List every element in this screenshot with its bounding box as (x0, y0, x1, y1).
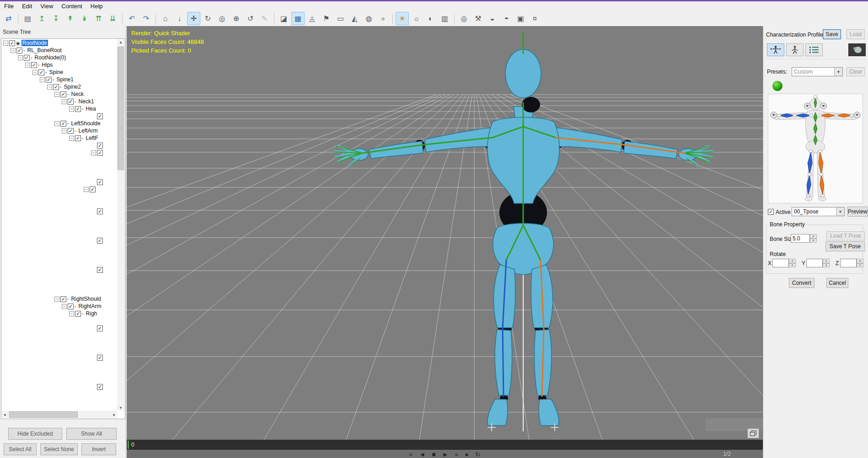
rotate-x-input[interactable] (772, 259, 789, 267)
rotate-y-spinner[interactable]: ▲▼ (823, 259, 830, 267)
tree-row-rootnode-0-[interactable]: −✓▪RootNode(0) (1, 54, 117, 61)
tree-row[interactable]: −✓ (1, 149, 117, 156)
orbit-tool-icon[interactable]: ↺ (244, 12, 257, 25)
visibility-checkbox[interactable]: ✓ (97, 143, 103, 149)
tree-row-leftshoulde[interactable]: −✓▪LeftShoulde (1, 120, 117, 127)
tree-row[interactable]: ✓ (1, 156, 117, 164)
chevron-down-icon[interactable]: ▼ (836, 208, 844, 216)
visibility-checkbox[interactable]: ✓ (9, 40, 15, 46)
key-light-icon[interactable]: ☼ (410, 12, 423, 25)
visibility-checkbox[interactable]: ✓ (97, 267, 103, 273)
visibility-checkbox[interactable]: ✓ (97, 355, 103, 361)
tree-row[interactable]: ✓ (1, 171, 117, 178)
tree-row[interactable]: ✓ (1, 398, 117, 405)
visibility-checkbox[interactable]: ✓ (97, 325, 103, 331)
pipeline-transfer-icon[interactable]: ⇄ (2, 12, 15, 25)
interactive-light-icon[interactable]: ☀ (396, 12, 409, 25)
visibility-checkbox[interactable]: ✓ (75, 135, 81, 141)
scrollbar-thumb[interactable] (118, 47, 124, 170)
expander-icon[interactable]: − (11, 48, 16, 53)
tree-row[interactable]: ✓ (1, 193, 117, 200)
tree-row[interactable]: ✓ (1, 332, 117, 339)
grid-toggle-icon[interactable]: ▦ (291, 12, 305, 25)
pose-dropdown[interactable]: 00_Tpose ▼ (792, 207, 845, 216)
visibility-checkbox[interactable]: ✓ (24, 55, 30, 61)
scroll-up-icon[interactable]: ▲ (117, 40, 124, 44)
redo-icon[interactable]: ↷ (139, 12, 153, 25)
move-down-icon[interactable]: ↓ (173, 12, 186, 25)
tree-row-spine[interactable]: −✓▪Spine (1, 69, 117, 76)
tree-vertical-scrollbar[interactable]: ▲ ▼ (117, 39, 124, 411)
visibility-checkbox[interactable]: ✓ (75, 106, 81, 112)
pick-axis-icon[interactable]: ◎ (215, 12, 229, 25)
bone-list-button[interactable] (805, 43, 823, 56)
save-t-pose-button[interactable]: Save T Pose (825, 241, 865, 251)
bone-size-input[interactable]: 5.0 (791, 234, 810, 243)
tree-row[interactable]: ✓ (1, 317, 117, 325)
global-transform-icon[interactable]: ⊕ (230, 12, 243, 25)
tree-horizontal-scrollbar[interactable]: ◄ ► (2, 411, 117, 418)
maximize-viewport-button[interactable] (747, 428, 759, 438)
export-model-icon[interactable]: ↟ (64, 12, 77, 25)
expander-icon[interactable]: − (84, 187, 89, 192)
expander-icon[interactable]: − (32, 70, 38, 75)
tree-row-leftarm[interactable]: −✓▪LeftArm (1, 127, 117, 134)
material-sphere-icon[interactable]: ◒ (486, 12, 499, 25)
visibility-checkbox[interactable]: ✓ (60, 121, 66, 127)
rotate-y-input[interactable] (806, 259, 823, 267)
menu-edit[interactable]: Edit (18, 2, 36, 11)
visibility-checkbox[interactable]: ✓ (60, 296, 66, 302)
expander-icon[interactable]: − (62, 128, 67, 133)
undo-icon[interactable]: ↶ (125, 12, 139, 25)
hide-excluded-button[interactable]: Hide Excluded (8, 428, 62, 440)
preview-button[interactable]: Preview (847, 207, 868, 217)
tree-row[interactable]: ✓ (1, 354, 117, 361)
load-profile-button[interactable]: Load (847, 29, 865, 39)
tree-row[interactable]: ✓ (1, 288, 117, 295)
tree-row[interactable]: ✓ (1, 164, 117, 171)
body-morph-button[interactable] (848, 43, 866, 56)
visibility-checkbox[interactable]: ✓ (68, 99, 74, 105)
scroll-down-icon[interactable]: ▼ (117, 406, 124, 410)
expander-icon[interactable]: − (25, 63, 30, 68)
tree-row[interactable]: ✓ (1, 200, 117, 208)
expander-icon[interactable]: − (54, 121, 59, 126)
open-file-icon[interactable]: ▤ (21, 12, 34, 25)
texture-sphere-icon[interactable]: ◓ (500, 12, 513, 25)
menu-content[interactable]: Content (57, 2, 86, 11)
select-all-button[interactable]: Select All (4, 443, 37, 455)
playhead-marker[interactable] (128, 441, 129, 449)
export-motion-icon[interactable]: ↡ (78, 12, 91, 25)
expander-icon[interactable]: − (91, 150, 96, 155)
rotate-x-spinner[interactable]: ▲▼ (789, 259, 796, 267)
step-forward-button[interactable]: » (455, 450, 458, 458)
tree-row[interactable]: ✓ (1, 281, 117, 288)
tree-row[interactable]: ✓ (1, 229, 117, 237)
content-store-icon[interactable]: ¤ (528, 12, 541, 25)
move-tool-icon[interactable]: ✛ (187, 12, 200, 25)
tree-row-rightarm[interactable]: −✓▪RightArm (1, 303, 117, 310)
expander-icon[interactable]: − (47, 85, 52, 90)
expander-icon[interactable]: − (3, 41, 8, 46)
visibility-checkbox[interactable]: ✓ (31, 62, 37, 68)
tree-row[interactable]: ✓ (1, 390, 117, 398)
tree-row[interactable]: ✓ (1, 346, 117, 354)
environment-icon[interactable]: ◎ (457, 12, 471, 25)
clear-preset-button[interactable]: Clear (847, 67, 865, 76)
scroll-left-icon[interactable]: ◄ (3, 413, 6, 417)
bounding-box-icon[interactable]: ▭ (334, 12, 347, 25)
stop-button[interactable]: ■ (432, 450, 435, 458)
scene-tree[interactable]: −✓◉RootNode−✓▪RL_BoneRoot−✓▪RootNode(0)−… (1, 38, 125, 419)
presets-dropdown[interactable]: Custom ▼ (792, 67, 843, 76)
tree-row[interactable]: ✓ (1, 178, 117, 186)
expander-icon[interactable]: − (18, 55, 23, 60)
rotate-tool-icon[interactable]: ↻ (201, 12, 214, 25)
save-profile-button[interactable]: Save (823, 29, 841, 39)
tree-row[interactable]: ✓ (1, 383, 117, 390)
ambient-light-icon[interactable]: ◐ (424, 12, 437, 25)
visibility-checkbox[interactable]: ✓ (75, 311, 81, 317)
tree-row-rl-boneroot[interactable]: −✓▪RL_BoneRoot (1, 47, 117, 54)
rotate-z-spinner[interactable]: ▲▼ (857, 259, 863, 267)
tree-row-righ[interactable]: −✓▪Righ (1, 310, 117, 317)
pin-icon[interactable]: ⚑ (320, 12, 333, 25)
